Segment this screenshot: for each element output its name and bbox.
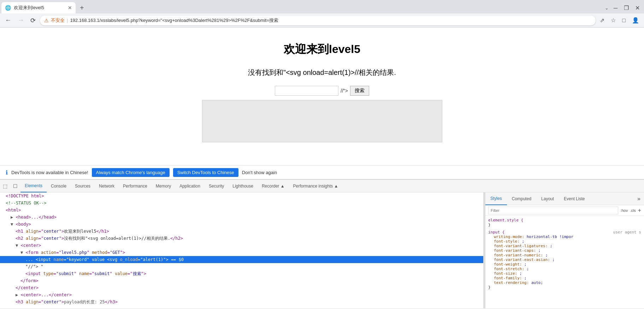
tab-elements[interactable]: Elements bbox=[20, 180, 47, 192]
input-rule-close: } bbox=[488, 285, 491, 290]
profile-icon[interactable]: 👤 bbox=[630, 16, 641, 24]
browser-window: 🌐 欢迎来到level5 ✕ + ⌄ ─ ❐ ✕ ← → ⟳ ⚠ 不安全 | 1… bbox=[0, 0, 644, 308]
url-separator: | bbox=[67, 18, 68, 23]
tree-line-input-selected[interactable]: ... <input name="keyword" value <svg o_n… bbox=[0, 256, 483, 263]
always-match-button[interactable]: Always match Chrome's language bbox=[92, 168, 170, 177]
page-subtitle: 没有找到和"<svg onload=alert(1)>//相关的结果. bbox=[248, 68, 396, 77]
styles-content: element.style { } input { user agent s w… bbox=[485, 216, 644, 308]
bookmark-icon[interactable]: ☆ bbox=[609, 16, 618, 24]
tree-line-form[interactable]: ▼ <form action="level5.php" method="GET"… bbox=[0, 249, 483, 256]
cast-icon[interactable]: ⇗ bbox=[598, 16, 607, 24]
search-button[interactable]: 搜索 bbox=[350, 86, 369, 96]
new-tab-button[interactable]: + bbox=[77, 2, 87, 13]
tree-line-h2[interactable]: <h2 align="center">没有找到和"<svg onload=ale… bbox=[0, 235, 483, 242]
search-result-area bbox=[202, 100, 442, 142]
tree-line-form-close[interactable]: </form> bbox=[0, 277, 483, 284]
tree-line-h1[interactable]: <h1 align="center">欢迎来到level5</h1> bbox=[0, 228, 483, 235]
close-button[interactable]: ✕ bbox=[632, 4, 643, 12]
devtools-expand-icon: ⌄ bbox=[603, 5, 610, 11]
address-input[interactable]: ⚠ 不安全 | 192.168.163.1/xsslabs/level5.php… bbox=[40, 16, 596, 25]
style-rule-element: element.style { } bbox=[488, 218, 641, 227]
right-panel-tabs: Styles Computed Layout Event Liste » bbox=[485, 192, 644, 205]
tab-network[interactable]: Network bbox=[95, 180, 119, 192]
hov-filter[interactable]: :hov bbox=[620, 208, 628, 213]
style-prop-writing-mode: writing-mode: horizontal-tb !impor bbox=[488, 234, 641, 239]
tree-line-submit[interactable]: <input type="submit" name="submit" value… bbox=[0, 270, 483, 277]
search-form: //"> 搜索 bbox=[275, 86, 369, 96]
back-button[interactable]: ← bbox=[3, 16, 13, 25]
extensions-icon[interactable]: □ bbox=[620, 17, 628, 24]
style-prop-font-variant-ligatures: font-variant-ligatures: ; bbox=[488, 244, 641, 248]
input-selector: input { bbox=[488, 230, 504, 234]
maximize-button[interactable]: ❐ bbox=[621, 4, 632, 12]
tab-sources[interactable]: Sources bbox=[71, 180, 95, 192]
search-input[interactable] bbox=[275, 86, 338, 96]
styles-panel: Styles Computed Layout Event Liste » :ho… bbox=[485, 192, 644, 308]
active-tab[interactable]: 🌐 欢迎来到level5 ✕ bbox=[1, 2, 76, 13]
tree-line-body[interactable]: ▼ <body> bbox=[0, 221, 483, 228]
add-style-icon[interactable]: + bbox=[638, 207, 641, 214]
more-tabs-icon[interactable]: » bbox=[634, 196, 644, 202]
security-warning-text: 不安全 bbox=[51, 17, 65, 24]
element-style-selector: element.style { bbox=[488, 218, 523, 222]
tab-bar: 🌐 欢迎来到level5 ✕ + ⌄ ─ ❐ ✕ bbox=[0, 0, 644, 13]
style-prop-font-variant-east-asian: font-variant-east-asian: ; bbox=[488, 257, 641, 262]
style-prop-font-stretch: font-stretch: ; bbox=[488, 267, 641, 271]
refresh-button[interactable]: ⟳ bbox=[28, 16, 38, 25]
tab-application[interactable]: Application bbox=[175, 180, 205, 192]
page-title: 欢迎来到level5 bbox=[284, 42, 360, 57]
tab-security[interactable]: Security bbox=[205, 180, 228, 192]
html-tree-panel: <!DOCTYPE html> <!--STATUS OK--> <html> … bbox=[0, 192, 483, 308]
style-prop-font-family: font-family: ; bbox=[488, 276, 641, 280]
page-content: 欢迎来到level5 没有找到和"<svg onload=alert(1)>//… bbox=[0, 28, 644, 165]
style-rule-input: input { user agent s writing-mode: horiz… bbox=[488, 230, 641, 290]
cls-filter[interactable]: .cls bbox=[630, 208, 636, 213]
tree-line-status: <!--STATUS OK--> bbox=[0, 200, 483, 207]
tree-line-suffix: "//"> " bbox=[0, 263, 483, 270]
styles-filter-input[interactable] bbox=[488, 207, 618, 214]
devtools-tabs-bar: ⬚ ☐ Elements Console Sources Network Per… bbox=[0, 180, 644, 192]
tab-performance[interactable]: Performance bbox=[119, 180, 152, 192]
window-controls: ⌄ ─ ❐ ✕ bbox=[603, 4, 643, 13]
tree-line-center-close[interactable]: </center> bbox=[0, 284, 483, 291]
styles-filter-row: :hov .cls + bbox=[485, 205, 644, 216]
tab-memory[interactable]: Memory bbox=[152, 180, 175, 192]
right-tab-computed[interactable]: Computed bbox=[507, 192, 536, 205]
tree-line-head[interactable]: ▶ <head>...</head> bbox=[0, 214, 483, 221]
tab-recorder[interactable]: Recorder ▲ bbox=[258, 180, 289, 192]
tab-performance-insights[interactable]: Performance insights ▲ bbox=[289, 180, 343, 192]
style-prop-text-rendering: text-rendering: auto; bbox=[488, 280, 641, 285]
tree-line-html[interactable]: <html> bbox=[0, 207, 483, 214]
security-warning-icon: ⚠ bbox=[44, 18, 49, 23]
style-prop-font-size: font-size: ; bbox=[488, 271, 641, 276]
tab-close-icon[interactable]: ✕ bbox=[68, 5, 72, 11]
minimize-button[interactable]: ─ bbox=[611, 4, 620, 12]
url-text: 192.168.163.1/xsslabs/level5.php?keyword… bbox=[70, 17, 278, 24]
devtools-banner: ℹ DevTools is now available in Chinese! … bbox=[0, 165, 644, 179]
right-tab-layout[interactable]: Layout bbox=[536, 192, 559, 205]
style-prop-font-style: font-style: ; bbox=[488, 239, 641, 244]
tree-line-doctype: <!DOCTYPE html> bbox=[0, 192, 483, 200]
devtools-icon-box[interactable]: ☐ bbox=[10, 183, 20, 189]
style-prop-font-variant-numeric: font-variant-numeric: ; bbox=[488, 253, 641, 257]
info-icon: ℹ bbox=[6, 169, 8, 176]
forward-button[interactable]: → bbox=[16, 16, 26, 25]
tree-line-h3[interactable]: <h3 align="center">payload的长度: 25</h3> bbox=[0, 298, 483, 305]
tab-console[interactable]: Console bbox=[47, 180, 71, 192]
tab-title: 欢迎来到level5 bbox=[14, 5, 65, 11]
address-bar: ← → ⟳ ⚠ 不安全 | 192.168.163.1/xsslabs/leve… bbox=[0, 13, 644, 28]
element-style-close: } bbox=[488, 222, 491, 227]
user-agent-source: user agent s bbox=[613, 230, 641, 234]
banner-info-text: DevTools is now available in Chinese! bbox=[11, 170, 88, 175]
tree-line-center[interactable]: ▼ <center> bbox=[0, 242, 483, 249]
right-tab-styles[interactable]: Styles bbox=[485, 192, 507, 205]
devtools-main: <!DOCTYPE html> <!--STATUS OK--> <html> … bbox=[0, 192, 644, 308]
tree-line-center2[interactable]: ▶ <center>...</center> bbox=[0, 291, 483, 298]
devtools-icon-cursor[interactable]: ⬚ bbox=[0, 183, 10, 189]
switch-devtools-button[interactable]: Switch DevTools to Chinese bbox=[173, 168, 238, 177]
tab-favicon: 🌐 bbox=[5, 5, 11, 11]
right-tab-event-listeners[interactable]: Event Liste bbox=[559, 192, 590, 205]
dont-show-again-button[interactable]: Don't show again bbox=[242, 170, 277, 175]
tab-lighthouse[interactable]: Lighthouse bbox=[228, 180, 258, 192]
search-suffix: //"> bbox=[341, 88, 348, 94]
